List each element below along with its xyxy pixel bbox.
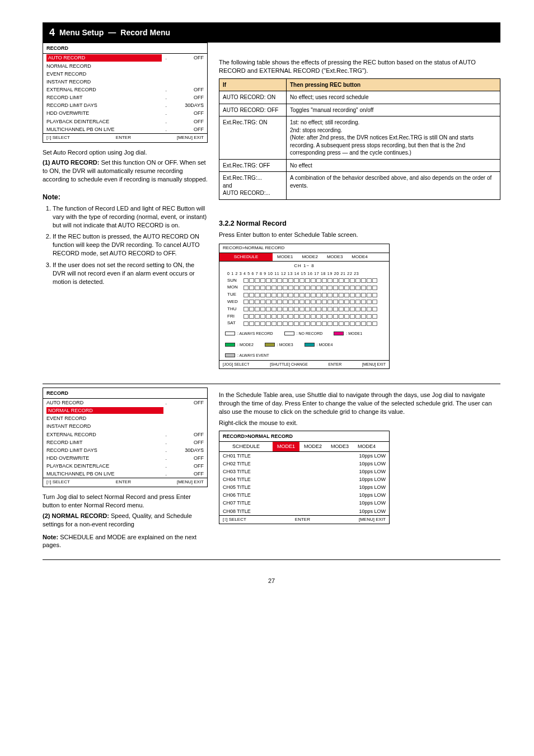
menu-item-label: MULTICHANNEL PB ON LIVE bbox=[46, 126, 162, 133]
menu-item: EVENT RECORD bbox=[43, 414, 207, 422]
menu-item-label: HDD OVERWRITE bbox=[46, 110, 162, 116]
table-row: AUTO RECORD: ONNo effect; uses record sc… bbox=[219, 91, 500, 104]
normal-lead: Turn Jog dial to select Normal Record an… bbox=[43, 493, 208, 510]
menu-item-label: AUTO RECORD bbox=[46, 399, 162, 406]
table-row: AUTO RECORD: OFFToggles "manual recordin… bbox=[219, 104, 500, 116]
schedule-day: WED bbox=[227, 299, 242, 305]
mode-sel: [↕] SELECT bbox=[223, 517, 246, 523]
menu-item: HDD OVERWRITE.OFF bbox=[43, 109, 207, 117]
note-item: The function of Record LED and light of … bbox=[53, 204, 208, 230]
table-cell: Ext.Rec.TRG: ON bbox=[219, 116, 287, 160]
menu-item-value: OFF bbox=[170, 110, 204, 116]
note-head: Note: bbox=[43, 193, 208, 202]
schedule-row: FRI bbox=[227, 314, 381, 320]
menu-item-value: OFF bbox=[170, 86, 204, 93]
mode-row-label: CH06 TITLE bbox=[223, 492, 335, 498]
tab-mode3: MODE3 bbox=[322, 253, 347, 262]
th-then: Then pressing REC button bbox=[287, 78, 500, 91]
note-h: Note: bbox=[43, 534, 58, 540]
mode-row-label: CH04 TITLE bbox=[223, 476, 335, 483]
press-enter-sched: Press Enter button to enter Schedule Tab… bbox=[219, 231, 500, 239]
menu-item-label: RECORD LIMIT DAYS bbox=[46, 102, 162, 109]
footer2-enter: ENTER bbox=[116, 479, 131, 486]
menu-item: AUTO RECORD.OFF bbox=[43, 54, 207, 62]
legend-swatch bbox=[284, 332, 294, 335]
legend-item: : MODE2 bbox=[225, 342, 254, 347]
divider bbox=[43, 384, 500, 384]
sched-hours: 0 1 2 3 4 5 6 7 8 9 10 11 12 13 14 15 16… bbox=[219, 271, 389, 277]
menu-item-value: 30DAYS bbox=[170, 447, 204, 454]
effects-table: If Then pressing REC button AUTO RECORD:… bbox=[219, 78, 500, 200]
menu-item-value bbox=[170, 63, 204, 69]
menu-footer2: [↕] SELECT ENTER [MENU] EXIT bbox=[43, 478, 207, 487]
chapter-title: Menu Setup bbox=[59, 27, 104, 38]
mode-footer: [↕] SELECT ENTER [MENU] EXIT bbox=[219, 515, 389, 524]
schedule-day: SUN bbox=[227, 278, 242, 284]
auto-record-label: (1) AUTO RECORD: bbox=[43, 159, 99, 166]
menu-item-label: EVENT RECORD bbox=[46, 71, 163, 77]
schedule-day: THU bbox=[227, 306, 242, 312]
menu-item-value: OFF bbox=[170, 439, 204, 446]
tab-mode1: MODE1 bbox=[273, 253, 297, 262]
page-number: 27 bbox=[43, 577, 500, 585]
legend-item: : MODE3 bbox=[265, 342, 293, 347]
mode-exit: [MENU] EXIT bbox=[359, 517, 386, 523]
legend-text: : MODE2 bbox=[237, 342, 254, 347]
th-if: If bbox=[219, 78, 287, 91]
menu-item-label: HDD OVERWRITE bbox=[46, 455, 162, 461]
tab-mode4: MODE4 bbox=[347, 253, 372, 262]
schedule-row: WED bbox=[227, 299, 381, 305]
menu-item-value: OFF bbox=[170, 463, 204, 469]
menu-item: INSTANT RECORD bbox=[43, 422, 207, 430]
mode-row-label: CH02 TITLE bbox=[223, 460, 335, 467]
legend-text: : NO RECORD bbox=[297, 331, 323, 336]
table-row: Ext.Rec.TRG: OFFNo effect bbox=[219, 159, 500, 172]
legend-item: : ALWAYS EVENT bbox=[225, 353, 269, 358]
schedule-day: SAT bbox=[227, 320, 242, 326]
mode-row: CH03 TITLE10pps LOW bbox=[219, 468, 389, 475]
menu-item-value: OFF bbox=[170, 126, 204, 133]
mtab-mode3: MODE3 bbox=[326, 442, 353, 451]
mode-menu: RECORD>NORMAL RECORD SCHEDULEMODE1MODE2M… bbox=[219, 431, 390, 524]
tab-schedule: SCHEDULE bbox=[219, 253, 273, 262]
schedule-day: FRI bbox=[227, 314, 242, 320]
menu-item-value: OFF bbox=[170, 118, 204, 125]
note-body: SCHEDULE and MODE are explained on the n… bbox=[43, 534, 196, 549]
schedule-row: SUN bbox=[227, 278, 381, 284]
menu-item-value bbox=[170, 407, 204, 414]
legend-item: : MODE1 bbox=[334, 331, 362, 336]
menu-item-value bbox=[170, 78, 204, 85]
menu-item: MULTICHANNEL PB ON LIVE.OFF bbox=[43, 470, 207, 478]
table-cell: Ext.Rec.TRG:... and AUTO RECORD:... bbox=[219, 172, 287, 200]
legend-text: : MODE3 bbox=[277, 342, 293, 347]
menu-item: INSTANT RECORD bbox=[43, 78, 207, 86]
menu-item-value: OFF bbox=[170, 431, 204, 438]
sched-enter: ENTER bbox=[329, 362, 342, 367]
sec-322: 3.2.2 Normal Record bbox=[219, 219, 500, 228]
note-item: If the REC button is pressed, the AUTO R… bbox=[53, 232, 208, 258]
sched-jog: [JOG] SELECT bbox=[223, 362, 249, 367]
menu-item-label: RECORD LIMIT bbox=[46, 94, 162, 101]
table-cell: A combination of the behavior described … bbox=[287, 172, 500, 200]
menu-item-value bbox=[170, 71, 204, 77]
menu-item-value: OFF bbox=[170, 94, 204, 101]
menu-item: PLAYBACK DEINTERLACE.OFF bbox=[43, 462, 207, 470]
sched-footer: [JOG] SELECT [SHUTTLE] CHANGE ENTER [MEN… bbox=[219, 360, 389, 368]
table-cell: AUTO RECORD: ON bbox=[219, 91, 287, 104]
footer2-sel: [↕] SELECT bbox=[46, 479, 70, 486]
schedule-row: THU bbox=[227, 306, 381, 312]
schedule-row: SAT bbox=[227, 320, 381, 326]
mode-row: CH02 TITLE10pps LOW bbox=[219, 460, 389, 468]
menu-item: NORMAL RECORD bbox=[43, 407, 207, 414]
mode-row: CH05 TITLE10pps LOW bbox=[219, 483, 389, 491]
mode-row-val: 10pps LOW bbox=[335, 500, 386, 506]
legend-swatch bbox=[225, 332, 235, 335]
menu-item: HDD OVERWRITE.OFF bbox=[43, 454, 207, 462]
table-cell: No effect bbox=[287, 159, 500, 172]
menu-item-label: RECORD LIMIT DAYS bbox=[46, 447, 162, 454]
menu-item: EVENT RECORD bbox=[43, 70, 207, 78]
menu-item-label: AUTO RECORD bbox=[46, 54, 162, 61]
mode-title: RECORD>NORMAL RECORD bbox=[219, 431, 389, 441]
mode-row-val: 10pps LOW bbox=[335, 508, 386, 515]
sched-chan: CH 1~ 8 bbox=[219, 262, 389, 271]
